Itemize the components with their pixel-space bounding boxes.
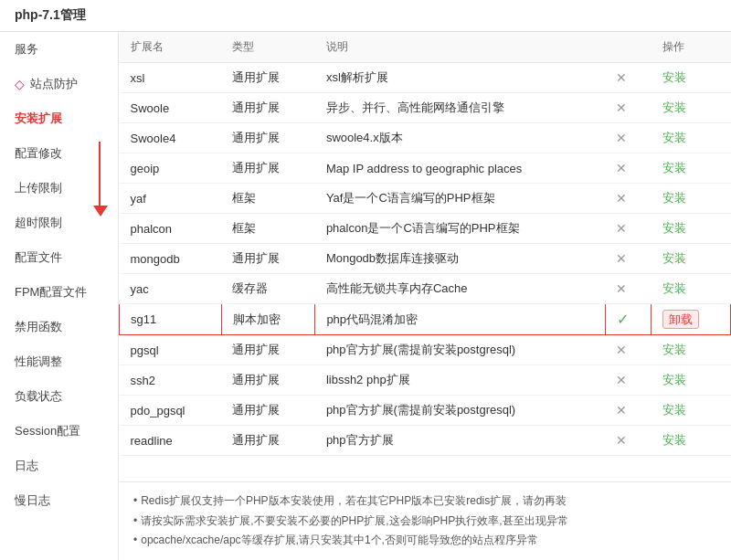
sidebar-item-label: 禁用函数 <box>15 320 62 333</box>
col-status <box>605 32 652 63</box>
ext-action[interactable]: 安装 <box>652 93 731 123</box>
ext-action[interactable]: 安装 <box>652 365 731 396</box>
install-button[interactable]: 安装 <box>662 70 686 84</box>
ext-name: Swoole4 <box>120 123 222 153</box>
ext-action[interactable]: 安装 <box>652 63 731 93</box>
install-button[interactable]: 安装 <box>662 100 686 114</box>
sidebar-item-label: 配置修改 <box>15 146 62 160</box>
sidebar-item-install-ext[interactable]: 安装扩展 <box>0 101 118 136</box>
note-item: opcache/xcache/apc等缓存扩展,请只安装其中1个,否则可能导致您… <box>133 531 716 551</box>
install-button[interactable]: 安装 <box>662 161 686 174</box>
ext-action[interactable]: 安装 <box>652 426 731 456</box>
col-action: 操作 <box>652 32 731 63</box>
install-button[interactable]: 安装 <box>662 281 686 295</box>
status-x-icon: ✕ <box>616 281 627 296</box>
main-content: 扩展名 类型 说明 操作 xsl通用扩展xsl解析扩展✕安装Swoole通用扩展… <box>119 32 731 560</box>
sidebar-item-label: 性能调整 <box>15 354 62 368</box>
install-button[interactable]: 安装 <box>662 403 686 417</box>
sidebar-item-load-status[interactable]: 负载状态 <box>0 379 118 414</box>
ext-type: 缓存器 <box>221 274 315 304</box>
ext-type: 通用扩展 <box>221 426 315 456</box>
status-x-icon: ✕ <box>616 100 627 115</box>
ext-type: 通用扩展 <box>221 365 315 396</box>
ext-status: ✕ <box>605 123 652 153</box>
ext-action[interactable]: 安装 <box>652 123 731 153</box>
ext-type: 通用扩展 <box>221 244 315 274</box>
sidebar-item-label: 日志 <box>15 459 38 472</box>
sidebar: 服务◇站点防护安装扩展配置修改上传限制超时限制配置文件FPM配置文件禁用函数性能… <box>0 32 119 560</box>
ext-name: Swoole <box>120 93 222 123</box>
extensions-table: 扩展名 类型 说明 操作 xsl通用扩展xsl解析扩展✕安装Swoole通用扩展… <box>119 32 731 456</box>
sidebar-item-logs[interactable]: 日志 <box>0 449 118 483</box>
status-x-icon: ✕ <box>616 191 627 206</box>
diamond-icon: ◇ <box>15 77 25 91</box>
sidebar-item-upload-limit[interactable]: 上传限制 <box>0 171 118 206</box>
sidebar-item-label: FPM配置文件 <box>15 285 87 299</box>
ext-name: sg11 <box>120 304 222 335</box>
ext-type: 通用扩展 <box>221 396 315 426</box>
sidebar-item-config-modify[interactable]: 配置修改 <box>0 136 118 171</box>
sidebar-item-disabled-funcs[interactable]: 禁用函数 <box>0 310 118 344</box>
table-row: Swoole通用扩展异步、并行、高性能网络通信引擎✕安装 <box>120 93 731 123</box>
ext-type: 通用扩展 <box>221 93 315 123</box>
install-button[interactable]: 安装 <box>662 221 686 235</box>
ext-status: ✕ <box>605 365 652 396</box>
sidebar-item-services[interactable]: 服务 <box>0 32 118 67</box>
table-row: xsl通用扩展xsl解析扩展✕安装 <box>120 63 731 93</box>
sidebar-item-label: Session配置 <box>15 424 80 438</box>
ext-status: ✕ <box>605 274 652 304</box>
ext-action[interactable]: 卸载 <box>652 304 731 335</box>
sidebar-item-session-config[interactable]: Session配置 <box>0 414 118 449</box>
table-row: geoip通用扩展Map IP address to geographic pl… <box>120 153 731 184</box>
sidebar-item-site-protection[interactable]: ◇站点防护 <box>0 67 118 101</box>
ext-name: pdo_pgsql <box>120 396 222 426</box>
install-button[interactable]: 安装 <box>662 343 686 356</box>
sidebar-item-label: 上传限制 <box>15 181 62 195</box>
install-button[interactable]: 安装 <box>662 373 686 386</box>
install-button[interactable]: 安装 <box>662 433 686 447</box>
install-button[interactable]: 安装 <box>662 191 686 205</box>
title-bar: php-7.1管理 <box>0 0 731 32</box>
sidebar-item-timeout-limit[interactable]: 超时限制 <box>0 206 118 240</box>
ext-action[interactable]: 安装 <box>652 244 731 274</box>
extensions-table-wrapper[interactable]: 扩展名 类型 说明 操作 xsl通用扩展xsl解析扩展✕安装Swoole通用扩展… <box>119 32 731 481</box>
col-desc: 说明 <box>315 32 605 63</box>
sidebar-item-slow-logs[interactable]: 慢日志 <box>0 483 118 518</box>
install-button[interactable]: 安装 <box>662 251 686 265</box>
ext-type: 脚本加密 <box>221 304 315 335</box>
table-row: phalcon框架phalcon是一个C语言编写的PHP框架✕安装 <box>120 214 731 244</box>
sidebar-item-perf-tune[interactable]: 性能调整 <box>0 344 118 379</box>
sidebar-item-label: 服务 <box>15 42 38 56</box>
ext-type: 框架 <box>221 184 315 214</box>
sidebar-item-label: 配置文件 <box>15 250 62 264</box>
status-x-icon: ✕ <box>616 433 627 448</box>
install-button[interactable]: 安装 <box>662 131 686 144</box>
table-row: mongodb通用扩展Mongodb数据库连接驱动✕安装 <box>120 244 731 274</box>
ext-desc: swoole4.x版本 <box>315 123 605 153</box>
sidebar-item-label: 负载状态 <box>15 389 62 403</box>
ext-action[interactable]: 安装 <box>652 335 731 365</box>
status-x-icon: ✕ <box>616 70 627 85</box>
ext-desc: 异步、并行、高性能网络通信引擎 <box>315 93 605 123</box>
ext-name: yaf <box>120 184 222 214</box>
table-row: ssh2通用扩展libssh2 php扩展✕安装 <box>120 365 731 396</box>
table-row: pdo_pgsql通用扩展php官方扩展(需提前安装postgresql)✕安装 <box>120 396 731 426</box>
sidebar-item-fpm-config[interactable]: FPM配置文件 <box>0 275 118 310</box>
table-row: yaf框架Yaf是一个C语言编写的PHP框架✕安装 <box>120 184 731 214</box>
sidebar-item-label: 站点防护 <box>30 76 78 92</box>
note-item: 请按实际需求安装扩展,不要安装不必要的PHP扩展,这会影响PHP执行效率,甚至出… <box>133 512 716 532</box>
ext-action[interactable]: 安装 <box>652 184 731 214</box>
ext-action[interactable]: 安装 <box>652 214 731 244</box>
ext-status: ✕ <box>605 93 652 123</box>
sidebar-item-label: 超时限制 <box>15 216 62 229</box>
ext-action[interactable]: 安装 <box>652 396 731 426</box>
uninstall-button[interactable]: 卸载 <box>662 310 699 329</box>
ext-action[interactable]: 安装 <box>652 274 731 304</box>
sidebar-item-config-file[interactable]: 配置文件 <box>0 240 118 275</box>
table-row: sg11脚本加密php代码混淆加密✓卸载 <box>120 304 731 335</box>
ext-type: 通用扩展 <box>221 123 315 153</box>
ext-desc: Map IP address to geographic places <box>315 153 605 184</box>
table-row: pgsql通用扩展php官方扩展(需提前安装postgresql)✕安装 <box>120 335 731 365</box>
ext-action[interactable]: 安装 <box>652 153 731 184</box>
ext-type: 通用扩展 <box>221 335 315 365</box>
